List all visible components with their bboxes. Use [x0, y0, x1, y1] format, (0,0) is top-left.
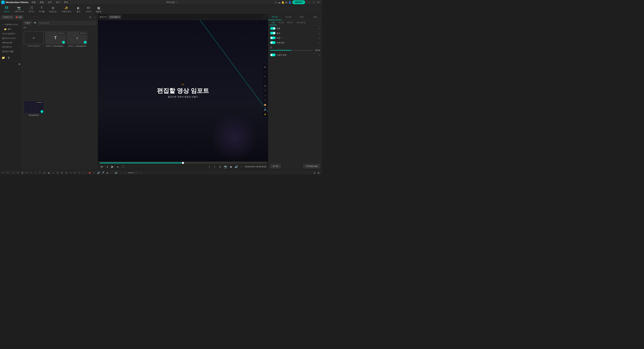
tool-cut-icon[interactable]: ✂ [25, 171, 28, 175]
sidebar-item-compound-clip[interactable]: 컴파운드 클립 [0, 49, 22, 54]
toolbar-title[interactable]: T 타이틀 [37, 6, 46, 14]
tool-mic-icon[interactable]: 🎤 [101, 171, 105, 175]
tool-speed-icon[interactable]: ⊸ [51, 171, 55, 175]
tool-crop-icon[interactable]: ⊟ [42, 171, 46, 175]
mark-out-button[interactable]: } [213, 165, 217, 169]
more-action-icon[interactable]: ⋯ [93, 16, 96, 19]
auto-enhance-diamond-icon[interactable]: ◇ [318, 42, 320, 44]
tool-color-icon[interactable]: ◉ [47, 171, 50, 175]
add-media-button[interactable]: ＋ [24, 32, 44, 44]
subtab-ai[interactable]: AI 도구 [286, 20, 295, 25]
expand-icon[interactable]: ⛶ [264, 16, 266, 19]
tool-razor-icon[interactable]: ✂ [6, 171, 10, 175]
background-diamond-icon[interactable]: ◇ [318, 37, 320, 39]
zoom-slider[interactable] [128, 173, 138, 173]
tool-record-icon[interactable]: ⏺ [88, 171, 92, 175]
tool-noise-icon[interactable]: ○ [118, 171, 122, 175]
toolbar-template[interactable]: ▦ 템플릿 [94, 6, 103, 14]
render-button[interactable]: ◉ [229, 165, 233, 169]
tool-link-icon[interactable]: 🔗 [97, 171, 100, 175]
progress-thumb[interactable] [182, 162, 184, 164]
toolbar-filter[interactable]: ◐ 필터 [74, 6, 82, 14]
media-item-audio[interactable]: 00:00:20 ♪ ✓ 번역하기_videoplayback [67, 32, 87, 99]
tool-select-icon[interactable]: ↖ [1, 171, 5, 175]
import-dropdown[interactable]: 가져오기 ▾ [1, 15, 14, 19]
sidebar-item-influence-kit[interactable]: Influence Kit [0, 41, 22, 45]
subtab-basic[interactable]: 기본 [270, 20, 276, 25]
toolbar-sticker[interactable]: 🏷 스티커 [84, 6, 93, 14]
toolbar-stock[interactable]: 📷 스톡 미디어 [12, 6, 26, 14]
tab-color[interactable]: 색상 [295, 14, 309, 20]
reset-button[interactable]: 초기화 [270, 164, 281, 168]
tool-effect-icon[interactable]: ✦ [73, 171, 77, 175]
tool-volume-icon[interactable]: 🔊 [114, 171, 118, 175]
speed-tool-button[interactable]: ⚡ [263, 113, 267, 116]
snapshot-button[interactable]: 📷 [224, 165, 228, 169]
menu-edit[interactable]: 편집 [39, 1, 44, 4]
search-input[interactable] [38, 21, 96, 25]
icon-grid[interactable]: ⊞ [285, 1, 287, 4]
subtab-masking[interactable]: 마스킹 [276, 20, 286, 25]
transform-toggle[interactable] [270, 27, 276, 30]
tool-mask-icon[interactable]: ◇ [78, 171, 81, 175]
keyframe-panel-button[interactable]: 키프레임 패널 [303, 164, 320, 168]
audio-tool-button[interactable]: 🔊 [263, 108, 267, 112]
tool-undo-icon[interactable]: ↩ [12, 171, 15, 175]
sidebar-item-project-media[interactable]: ▼ 프로젝트 미디어 [0, 22, 22, 27]
tool-split-icon[interactable]: ⊢ [29, 171, 33, 175]
more-button[interactable]: ⋯ [240, 165, 244, 169]
zoom-in-button[interactable]: + [139, 171, 142, 175]
tl-grid-icon[interactable]: ⊞ [312, 171, 316, 175]
icon-cloud[interactable]: ☁ [278, 1, 280, 4]
frame-back-button[interactable]: ◂ [105, 165, 109, 169]
icon-user[interactable]: 👤 [288, 1, 291, 4]
toolbar-audio[interactable]: 🎵 오디오 [27, 6, 36, 14]
media-item-video[interactable]: 00:08:22 ✓ videoplayback [24, 101, 44, 168]
color-tool-button[interactable]: 🎨 [263, 103, 267, 107]
menu-help[interactable]: 문의 [63, 1, 69, 4]
tool-snap-icon[interactable]: ⊧ [92, 171, 96, 175]
zoom-out-button[interactable]: − [124, 171, 128, 175]
add-media-item[interactable]: ＋ 미디어 가져오기 [24, 32, 44, 99]
tool-keyframe-icon[interactable]: ◆ [106, 171, 109, 175]
auto-enhance-toggle[interactable] [270, 41, 276, 44]
crop-tool-button[interactable]: ⊞ [263, 65, 267, 69]
text-tool-button[interactable]: T [263, 89, 267, 93]
menu-view[interactable]: 보기 [55, 1, 61, 4]
ai-tool-button[interactable]: ✦ [263, 98, 267, 102]
prev-clip-button[interactable]: ⟨⟨ [218, 165, 222, 169]
progress-bar[interactable] [100, 163, 266, 163]
icon-share[interactable]: ⬡ [275, 1, 277, 4]
quality-dropdown[interactable]: 전체 품질 ▾ [108, 15, 121, 19]
tool-delete-icon[interactable]: 🗑 [20, 171, 24, 175]
collapse-icon[interactable]: ◀ [18, 62, 21, 66]
tool-freeze-icon[interactable]: ❄ [64, 171, 68, 175]
mask-tool-button[interactable]: ◇ [263, 94, 267, 97]
background-toggle[interactable] [270, 37, 276, 39]
slider-track[interactable] [270, 50, 312, 51]
fullscreen-button[interactable]: ⛶ [121, 165, 125, 169]
icon-bell[interactable]: 🔔 [282, 1, 284, 4]
sidebar-item-folder[interactable]: 📁 폴더 [0, 27, 22, 32]
skip-back-button[interactable]: ⏮ [100, 165, 104, 169]
tool-reverse-icon[interactable]: ↺ [56, 171, 59, 175]
mark-in-button[interactable]: { [207, 165, 211, 169]
sidebar-item-adjust-layer[interactable]: 조정 레이어 [0, 45, 22, 49]
play-button[interactable]: ▶ [110, 165, 114, 169]
toolbar-effect[interactable]: ✨ 이펙트 효과 [60, 6, 73, 14]
adjust-tool-button[interactable]: ⚙ [263, 84, 267, 88]
zoom-tool-button[interactable]: ⌖ [263, 70, 267, 74]
subtab-animation[interactable]: 애니메이션 [295, 20, 308, 25]
shadow-toggle[interactable] [270, 54, 276, 56]
tl-expand-icon[interactable]: ▶ [317, 171, 321, 175]
menu-file[interactable]: 파일 [31, 1, 36, 4]
tool-redo-icon[interactable]: ↪ [16, 171, 20, 175]
tool-audio-icon[interactable]: ♪ [34, 171, 37, 175]
volume-button[interactable]: 🔊 [234, 165, 238, 169]
sort-button[interactable]: 기본 ▾ [23, 21, 32, 25]
tool-motion-icon[interactable]: ↔ [110, 171, 114, 175]
menu-tools[interactable]: 도구 [47, 1, 52, 4]
shadow-diamond-icon[interactable]: ◇ [318, 54, 320, 56]
flip-tool-button[interactable]: ↔ [263, 80, 267, 83]
frame-forward-button[interactable]: ▸ [116, 165, 120, 169]
